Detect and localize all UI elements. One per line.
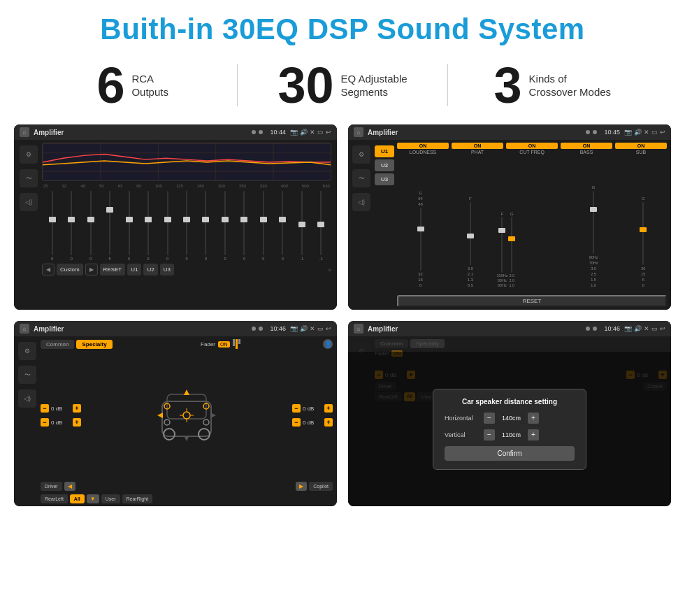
xover-u2-btn[interactable]: U2 bbox=[375, 159, 394, 171]
xover-speaker-btn[interactable]: ◁) bbox=[352, 193, 370, 211]
xover-u3-btn[interactable]: U3 bbox=[375, 173, 394, 185]
xover-wave-btn[interactable]: 〜 bbox=[352, 169, 370, 187]
sub-slider[interactable] bbox=[642, 202, 644, 265]
svg-point-3 bbox=[199, 429, 210, 440]
vol-minus-1[interactable]: − bbox=[41, 404, 49, 413]
loudness-slider[interactable] bbox=[420, 208, 421, 271]
close-icon-3[interactable]: ✕ bbox=[310, 325, 315, 332]
eq-slider-12[interactable]: 0 bbox=[254, 191, 272, 261]
minimize-icon-2[interactable]: ▭ bbox=[651, 129, 658, 136]
close-icon-4[interactable]: ✕ bbox=[644, 325, 649, 332]
vol-minus-3[interactable]: − bbox=[292, 404, 301, 413]
vol-plus-1[interactable]: + bbox=[73, 404, 81, 413]
eq-slider-15[interactable]: -1 bbox=[312, 191, 330, 261]
eq-filter-btn[interactable]: ⚙ bbox=[20, 145, 38, 164]
cutfreq-g-slider[interactable] bbox=[511, 217, 512, 273]
eq-slider-1[interactable]: 0 bbox=[43, 191, 61, 261]
eq-slider-10[interactable]: 0 bbox=[216, 191, 233, 261]
rearright-btn[interactable]: RearRight bbox=[122, 494, 153, 503]
eq-slider-8[interactable]: 0 bbox=[178, 191, 195, 261]
vol-row-1: − 0 dB + bbox=[41, 404, 81, 413]
fader-row: Fader ON bbox=[201, 339, 240, 349]
vol-minus-4[interactable]: − bbox=[292, 418, 301, 427]
eq-slider-11[interactable]: 0 bbox=[236, 191, 253, 261]
down-arrow-btn[interactable]: ▼ bbox=[87, 494, 99, 503]
cutfreq-f-slider[interactable] bbox=[501, 217, 503, 273]
speaker-vol-btn[interactable]: ◁) bbox=[18, 389, 36, 408]
vol-minus-2[interactable]: − bbox=[41, 418, 49, 427]
eq-slider-9[interactable]: 0 bbox=[197, 191, 215, 261]
bass-slider[interactable] bbox=[593, 191, 594, 254]
eq-slider-2[interactable]: 0 bbox=[62, 191, 80, 261]
user-btn[interactable]: User bbox=[101, 494, 120, 503]
eq-wave-btn[interactable]: 〜 bbox=[20, 169, 38, 187]
back-icon-2[interactable]: ↩ bbox=[660, 129, 665, 136]
eq-slider-3[interactable]: 0 bbox=[82, 191, 99, 261]
copilot-btn[interactable]: Copilot bbox=[309, 482, 333, 491]
eq-u2-btn[interactable]: U2 bbox=[143, 264, 157, 275]
vol-plus-3[interactable]: + bbox=[324, 404, 333, 413]
xover-screen-card: ⌂ Amplifier 10:45 📷 🔊 ✕ ▭ ↩ ⚙ 〜 ◁) bbox=[348, 124, 671, 310]
rearleft-btn[interactable]: RearLeft bbox=[41, 494, 68, 503]
vol-plus-2[interactable]: + bbox=[73, 418, 81, 427]
stat-crossover: 3 Kinds ofCrossover Modes bbox=[448, 60, 657, 110]
eq-slider-5[interactable]: 0 bbox=[120, 191, 138, 261]
left-arrow-btn[interactable]: ◀ bbox=[64, 482, 75, 491]
back-icon[interactable]: ↩ bbox=[326, 129, 331, 136]
minimize-icon-4[interactable]: ▭ bbox=[651, 325, 658, 332]
eq-slider-4[interactable]: 5 bbox=[101, 191, 118, 261]
xover-reset-btn[interactable]: RESET bbox=[397, 295, 667, 307]
right-arrow-btn[interactable]: ▶ bbox=[296, 482, 307, 491]
eq-u1-btn[interactable]: U1 bbox=[127, 264, 141, 275]
horizontal-plus-btn[interactable]: + bbox=[528, 413, 539, 424]
eq-slider-6[interactable]: 0 bbox=[139, 191, 157, 261]
sub-on[interactable]: ON bbox=[615, 143, 667, 149]
driver-btn[interactable]: Driver bbox=[41, 482, 62, 491]
back-icon-3[interactable]: ↩ bbox=[326, 325, 331, 332]
phat-on[interactable]: ON bbox=[452, 143, 503, 149]
fader-on[interactable]: ON bbox=[218, 341, 230, 348]
home-icon-4[interactable]: ⌂ bbox=[354, 324, 363, 334]
cutfreq-sliders: F 100Hz 80Hz 60Hz G bbox=[497, 212, 568, 287]
confirm-button[interactable]: Confirm bbox=[445, 446, 575, 461]
tab-specialty[interactable]: Specialty bbox=[76, 340, 112, 349]
volume-icon-4: 🔊 bbox=[634, 325, 642, 332]
cutfreq-on[interactable]: ON bbox=[506, 143, 558, 149]
home-icon-2[interactable]: ⌂ bbox=[354, 127, 363, 137]
loudness-on[interactable]: ON bbox=[397, 143, 449, 149]
vertical-minus-btn[interactable]: − bbox=[484, 429, 495, 440]
person-icon[interactable]: 👤 bbox=[323, 339, 333, 349]
eq-slider-14[interactable]: -1 bbox=[293, 191, 310, 261]
eq-speaker-btn[interactable]: ◁) bbox=[20, 193, 38, 211]
eq-reset-btn[interactable]: RESET bbox=[100, 264, 126, 275]
speaker-wave-btn[interactable]: 〜 bbox=[18, 366, 36, 384]
minimize-icon-3[interactable]: ▭ bbox=[317, 325, 324, 332]
all-btn[interactable]: All bbox=[70, 494, 85, 503]
bg-tabs: Common Specialty bbox=[375, 339, 667, 348]
back-icon-4[interactable]: ↩ bbox=[660, 325, 665, 332]
eq-status-icons bbox=[252, 130, 263, 134]
home-icon[interactable]: ⌂ bbox=[20, 127, 29, 137]
vol-plus-4[interactable]: + bbox=[324, 418, 333, 427]
xover-filter-btn[interactable]: ⚙ bbox=[352, 145, 370, 164]
eq-slider-13[interactable]: 0 bbox=[274, 191, 291, 261]
horizontal-minus-btn[interactable]: − bbox=[484, 413, 495, 424]
tab-common[interactable]: Common bbox=[41, 340, 74, 349]
bass-on[interactable]: ON bbox=[561, 143, 612, 149]
xover-u1-btn[interactable]: U1 bbox=[375, 145, 394, 157]
eq-slider-7[interactable]: 0 bbox=[159, 191, 176, 261]
eq-next-btn[interactable]: ▶ bbox=[85, 264, 98, 275]
phat-slider[interactable] bbox=[470, 202, 471, 265]
vol-val-1: 0 dB bbox=[51, 406, 71, 412]
vertical-plus-btn[interactable]: + bbox=[528, 429, 539, 440]
speaker-filter-btn[interactable]: ⚙ bbox=[18, 342, 36, 360]
minimize-icon[interactable]: ▭ bbox=[317, 129, 324, 136]
close-icon-2[interactable]: ✕ bbox=[644, 129, 649, 136]
eq-custom-btn[interactable]: Custom bbox=[57, 264, 83, 275]
home-icon-3[interactable]: ⌂ bbox=[20, 324, 29, 334]
eq-u3-btn[interactable]: U3 bbox=[160, 264, 174, 275]
close-icon[interactable]: ✕ bbox=[310, 129, 315, 136]
eq-sliders: 0 0 0 5 0 bbox=[42, 191, 331, 261]
xover-col-sub: ON SUB bbox=[615, 143, 667, 155]
eq-prev-btn[interactable]: ◀ bbox=[42, 264, 55, 275]
